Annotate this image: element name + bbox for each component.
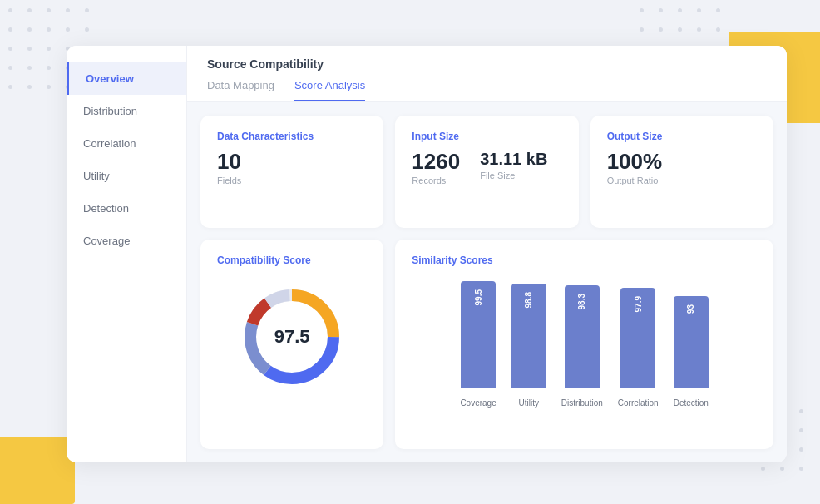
tab-score-analysis[interactable]: Score Analysis <box>294 79 365 101</box>
bar-value: 97.9 <box>634 293 643 312</box>
bar-value: 98.8 <box>524 289 533 308</box>
input-records: 1260 Records <box>412 151 460 185</box>
data-characteristics-value: 10 <box>217 151 367 172</box>
output-size-title: Output Size <box>607 131 757 142</box>
output-size-card: Output Size 100% Output Ratio <box>590 116 773 228</box>
main-panel: Overview Distribution Correlation Utilit… <box>67 46 787 462</box>
content-header: Source Compatibility Data Mapping Score … <box>187 46 787 102</box>
bar-label: Coverage <box>460 398 496 408</box>
data-characteristics-card: Data Characteristics 10 Fields <box>200 116 383 228</box>
donut-center-value: 97.5 <box>274 326 310 348</box>
donut-chart: 97.5 <box>238 283 346 391</box>
bar: 99.5 <box>461 281 496 388</box>
output-size-label: Output Ratio <box>607 175 757 185</box>
bar-label: Distribution <box>561 398 603 408</box>
sidebar-item-detection[interactable]: Detection <box>67 192 186 225</box>
input-filesize-value: 31.11 kB <box>480 151 547 167</box>
input-filesize: 31.11 kB File Size <box>480 151 547 180</box>
data-characteristics-title: Data Characteristics <box>217 131 367 142</box>
data-characteristics-label: Fields <box>217 175 367 185</box>
sidebar-item-coverage[interactable]: Coverage <box>67 225 186 257</box>
bar-label: Utility <box>519 398 539 408</box>
compatibility-score-title: Compatibility Score <box>217 254 367 266</box>
bar-value: 93 <box>686 301 695 314</box>
bar-group: 99.5 Coverage <box>460 281 496 408</box>
bar-group: 93 Detection <box>674 296 709 408</box>
bar-group: 97.9 Correlation <box>618 288 659 408</box>
sidebar-item-distribution[interactable]: Distribution <box>67 95 186 127</box>
sidebar-item-overview[interactable]: Overview <box>67 62 186 95</box>
bar-label: Correlation <box>618 398 659 408</box>
content-area: Source Compatibility Data Mapping Score … <box>187 46 787 462</box>
tab-bar: Data Mapping Score Analysis <box>207 79 767 101</box>
input-size-card: Input Size 1260 Records 31.11 kB File Si… <box>395 116 578 228</box>
bar-value: 99.5 <box>474 286 483 305</box>
score-chart-wrapper: 97.5 <box>217 274 367 399</box>
similarity-scores-card: Similarity Scores 99.5 Coverage 98.8 Uti… <box>395 240 773 450</box>
input-size-title: Input Size <box>412 131 561 142</box>
bar-group: 98.8 Utility <box>511 284 546 408</box>
yellow-accent-bottom-left <box>0 437 75 504</box>
input-size-values: 1260 Records 31.11 kB File Size <box>412 151 561 185</box>
dashboard-grid: Data Characteristics 10 Fields Input Siz… <box>187 102 787 462</box>
compatibility-score-card: Compatibility Score <box>200 240 383 450</box>
page-title: Source Compatibility <box>207 57 767 71</box>
bar-value: 98.3 <box>577 290 586 309</box>
input-records-label: Records <box>412 175 460 185</box>
bar: 98.3 <box>565 285 600 388</box>
input-filesize-label: File Size <box>480 170 547 180</box>
bar: 93 <box>674 296 709 388</box>
sidebar-item-utility[interactable]: Utility <box>67 160 186 192</box>
input-records-value: 1260 <box>412 151 460 172</box>
sidebar-item-correlation[interactable]: Correlation <box>67 127 186 160</box>
bar-label: Detection <box>674 398 709 408</box>
sidebar: Overview Distribution Correlation Utilit… <box>67 46 187 462</box>
tab-data-mapping[interactable]: Data Mapping <box>207 79 274 101</box>
bar: 98.8 <box>511 284 546 388</box>
bar: 97.9 <box>620 288 655 388</box>
similarity-scores-title: Similarity Scores <box>412 254 757 266</box>
bar-group: 98.3 Distribution <box>561 285 603 408</box>
output-size-value: 100% <box>607 151 757 172</box>
bar-chart: 99.5 Coverage 98.8 Utility 98.3 Distribu… <box>412 274 757 408</box>
